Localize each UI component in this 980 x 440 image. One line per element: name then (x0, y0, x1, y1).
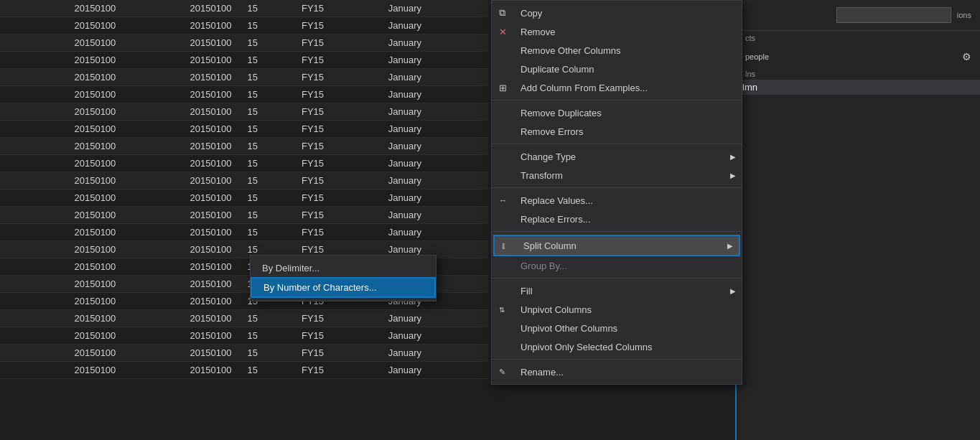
table-row: 201501002015010015FY15January (0, 224, 488, 241)
menu-item-replace-values[interactable]: ↔ Replace Values... (492, 191, 742, 210)
data-table-area: 201501002015010015FY15January20150100201… (0, 0, 488, 440)
menu-item-add-column[interactable]: ⊞ Add Column From Examples... (492, 78, 742, 97)
table-row: 201501002015010015FY15January (0, 362, 488, 379)
panel-label-ions: ions (957, 11, 971, 19)
panel-column-selected[interactable]: lmn (737, 80, 980, 95)
table-row: 201501002015010015FY15January (0, 69, 488, 86)
split-column-submenu: By Delimiter... By Number of Characters.… (250, 255, 437, 301)
table-row: 201501002015010015FY15January (0, 138, 488, 155)
table-row: 201501002015010015FY15January (0, 34, 488, 52)
remove-icon: ✕ (499, 27, 507, 37)
separator-4 (492, 231, 742, 232)
table-row: 201501002015010015FY15January (0, 0, 488, 17)
menu-item-duplicate[interactable]: Duplicate Column (492, 60, 742, 78)
panel-label-cts: cts (737, 31, 980, 45)
table-row: 201501002015010015FY15January (0, 103, 488, 121)
menu-item-replace-errors[interactable]: Replace Errors... (492, 210, 742, 228)
table-row: 201501002015010015FY15January (0, 52, 488, 69)
menu-item-split-column[interactable]: ⫿ Split Column (495, 236, 739, 255)
panel-label-people: people (745, 52, 769, 61)
separator-2 (492, 144, 742, 144)
rename-icon: ✎ (499, 368, 505, 377)
table-row: 201501002015010015FY15January (0, 327, 488, 345)
grid-icon: ⊞ (499, 83, 507, 93)
copy-icon: ⧉ (499, 7, 505, 19)
table-row: 201501002015010015FY15January (0, 207, 488, 224)
split-column-wrapper: ⫿ Split Column (493, 235, 740, 256)
table-row: 201501002015010015FY15January (0, 86, 488, 103)
table-row: 201501002015010015FY15January (0, 189, 488, 207)
menu-item-unpivot[interactable]: ⇅ Unpivot Columns (492, 300, 742, 319)
menu-item-change-type[interactable]: Change Type (492, 147, 742, 166)
menu-item-remove[interactable]: ✕ Remove (492, 22, 742, 41)
menu-item-remove-errors[interactable]: Remove Errors (492, 122, 742, 141)
context-menu: ⧉ Copy ✕ Remove Remove Other Columns Dup… (491, 0, 742, 385)
menu-item-rename[interactable]: ✎ Rename... (492, 362, 742, 381)
gear-icon[interactable]: ⚙ (962, 51, 971, 62)
table-row: 201501002015010015FY15January (0, 121, 488, 138)
menu-item-remove-other[interactable]: Remove Other Columns (492, 41, 742, 60)
unpivot-icon: ⇅ (499, 306, 505, 314)
panel-search-input[interactable] (836, 7, 951, 23)
right-panel: ions cts people ⚙ lns lmn (736, 0, 980, 440)
menu-item-copy[interactable]: ⧉ Copy (492, 4, 742, 22)
menu-item-unpivot-other[interactable]: Unpivot Other Columns (492, 319, 742, 337)
menu-item-fill[interactable]: Fill (492, 281, 742, 300)
menu-item-transform[interactable]: Transform (492, 166, 742, 184)
separator-6 (492, 359, 742, 360)
table-row: 201501002015010015FY15January (0, 172, 488, 189)
separator-5 (492, 278, 742, 278)
menu-item-group-by[interactable]: Group By... (492, 256, 742, 275)
separator-1 (492, 100, 742, 100)
menu-item-remove-duplicates[interactable]: Remove Duplicates (492, 103, 742, 122)
table-row: 201501002015010015FY15January (0, 155, 488, 172)
split-icon: ⫿ (502, 241, 506, 250)
replace-icon: ↔ (499, 196, 507, 205)
submenu-item-by-number[interactable]: By Number of Characters... (251, 277, 436, 298)
menu-item-unpivot-selected[interactable]: Unpivot Only Selected Columns (492, 337, 742, 356)
submenu-item-by-delimiter[interactable]: By Delimiter... (251, 258, 436, 277)
separator-3 (492, 187, 742, 188)
table-row: 201501002015010015FY15January (0, 17, 488, 34)
table-row: 201501002015010015FY15January (0, 345, 488, 362)
table-row: 201501002015010015FY15January (0, 310, 488, 327)
data-table: 201501002015010015FY15January20150100201… (0, 0, 488, 379)
panel-columns-label: lns (737, 68, 980, 80)
